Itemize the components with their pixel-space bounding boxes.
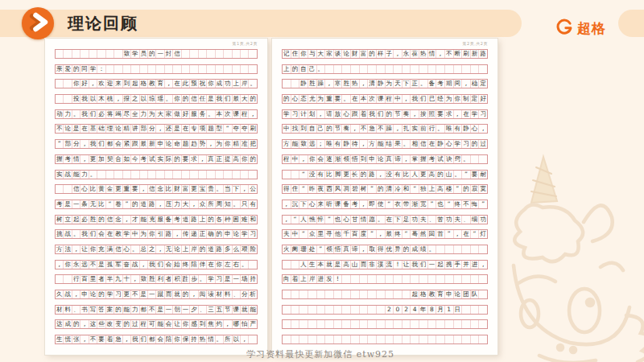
grid-cell: 提 <box>224 155 232 163</box>
grid-cell: 听 <box>325 200 334 208</box>
grid-cell: 此 <box>182 80 190 88</box>
double-chevron-right-icon <box>22 6 54 41</box>
grid-cell: 树 <box>56 216 64 224</box>
grid-cell: 料 <box>64 306 72 314</box>
grid-cell: 路 <box>368 171 377 179</box>
paper-row: 中找到自己的节奏,不急不躁,扎实前行。唯有静心, <box>282 124 488 134</box>
grid-cell <box>436 320 445 328</box>
grid-cell: “ <box>299 185 308 193</box>
grid-cell: 8 <box>428 306 437 314</box>
grid-cell: 唯 <box>325 140 334 148</box>
grid-cell: 亲 <box>56 65 64 73</box>
grid-cell <box>114 65 122 73</box>
grid-cell <box>386 65 394 73</box>
grid-cell <box>241 65 249 73</box>
grid-cell <box>233 171 241 179</box>
grid-cell: 险 <box>249 245 256 253</box>
grid-cell: 悔 <box>471 200 480 208</box>
grid-cell: 处 <box>308 245 317 253</box>
grid-cell: 考 <box>56 200 64 208</box>
grid-cell <box>165 65 173 73</box>
grid-cell: 上 <box>428 185 437 193</box>
grid-cell: 者 <box>165 275 173 283</box>
grid-cell: 还 <box>165 125 173 133</box>
grid-cell: 定 <box>471 95 480 103</box>
grid-cell: 的 <box>462 185 471 193</box>
grid-cell: 上 <box>199 216 207 224</box>
grid-cell: 心 <box>445 140 454 148</box>
grid-cell: “ <box>445 200 454 208</box>
grid-cell: 己 <box>317 125 326 133</box>
grid-cell: 己 <box>308 65 317 73</box>
grid-cell: 立 <box>64 216 72 224</box>
grid-cell: 。 <box>436 125 445 133</box>
grid-cell: “ <box>386 200 394 208</box>
grid-cell: 申 <box>445 290 454 298</box>
grid-cell <box>351 290 360 298</box>
grid-cell: 更 <box>114 185 122 193</box>
grid-cell: , <box>360 80 369 88</box>
grid-cell: 黄 <box>97 185 105 193</box>
grid-cell: 路 <box>148 200 156 208</box>
grid-cell: 分 <box>241 290 249 298</box>
grid-cell <box>479 335 487 343</box>
grid-cell: 基 <box>89 125 97 133</box>
grid-cell <box>283 290 291 298</box>
grid-cell <box>64 95 72 103</box>
grid-cell: 静 <box>377 80 386 88</box>
grid-cell: 一 <box>233 275 241 283</box>
grid-cell: 贵 <box>207 185 215 193</box>
grid-cell <box>445 65 454 73</box>
grid-cell: 的 <box>173 155 181 163</box>
grid-cell: 情 <box>72 155 80 163</box>
grid-cell: 着 <box>360 110 369 118</box>
grid-cell <box>351 306 360 314</box>
grid-cell: 永 <box>72 261 80 269</box>
grid-cell: 溪 <box>377 261 386 269</box>
grid-cell: , <box>80 155 89 163</box>
grid-cell: 致 <box>299 140 308 148</box>
grid-cell <box>249 50 256 58</box>
grid-cell <box>479 155 487 163</box>
grid-cell: 爱 <box>64 65 72 73</box>
grid-cell: 我 <box>216 95 224 103</box>
grid-cell: 热 <box>199 335 207 343</box>
grid-cell: 过 <box>479 140 487 148</box>
grid-cell <box>471 320 480 328</box>
grid-cell <box>241 171 249 179</box>
grid-cell: 。 <box>216 335 224 343</box>
grid-cell <box>249 261 256 269</box>
grid-cell <box>64 50 72 58</box>
grid-cell <box>377 65 386 73</box>
grid-cell: 不 <box>445 50 454 58</box>
grid-cell: 场 <box>241 275 249 283</box>
grid-cell: 到 <box>299 125 308 133</box>
paper-row <box>282 319 488 329</box>
grid-cell: , <box>123 335 131 343</box>
grid-cell: “ <box>106 200 114 208</box>
unicorn-mascot-illustration <box>507 145 644 362</box>
grid-cell: 比 <box>402 171 411 179</box>
grid-cell: 首 <box>436 230 445 238</box>
grid-cell: 就 <box>173 290 181 298</box>
grid-cell: , <box>156 200 164 208</box>
grid-cell <box>454 65 463 73</box>
grid-cell <box>402 65 411 73</box>
grid-cell: ” <box>368 185 377 193</box>
grid-cell: 比 <box>165 185 173 193</box>
grid-cell: , <box>190 200 198 208</box>
grid-cell: 信 <box>148 185 156 193</box>
paper-row: 方能致远;唯有静待,方能结果。相信在静心学习的过 <box>282 139 488 149</box>
grid-cell <box>114 50 122 58</box>
paper-row: 握考情,更加契合如今考试实际的要求,真正提高你的 <box>55 154 258 164</box>
grid-cell: 要 <box>334 95 343 103</box>
grid-cell: 上 <box>299 275 308 283</box>
grid-cell: 你 <box>299 50 308 58</box>
grid-cell: 论 <box>89 290 97 298</box>
grid-cell: 务 <box>199 110 207 118</box>
grid-cell: 让 <box>80 245 89 253</box>
grid-cell: 精 <box>233 140 241 148</box>
grid-cell: 有 <box>454 125 463 133</box>
grid-cell: , <box>317 110 326 118</box>
grid-cell <box>471 275 480 283</box>
